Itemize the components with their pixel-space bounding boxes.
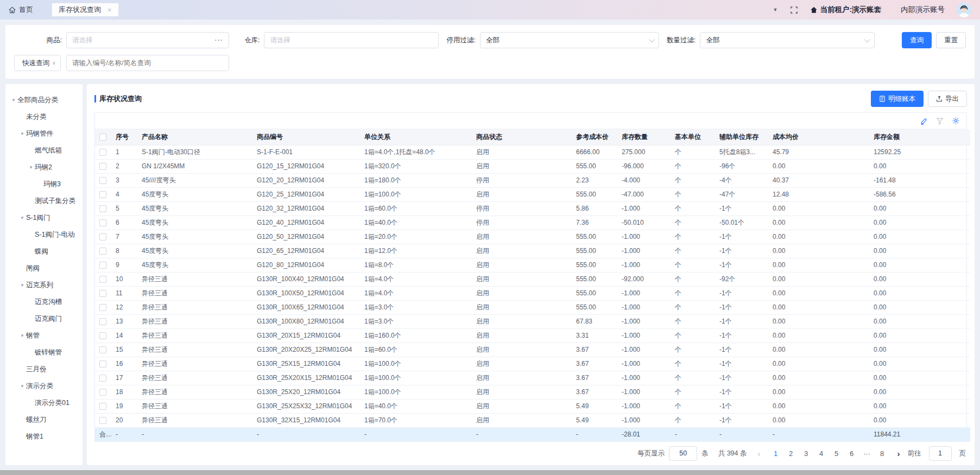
table-row[interactable]: 10异径三通G130R_100X40_12RM01G041箱=4.0个启用555… [95,272,970,286]
tree-item[interactable]: ▼玛钢2 [5,159,83,176]
pager-page[interactable]: 6 [844,446,859,461]
table-row[interactable]: 1S-1阀门-电动30口径S-1-F-E-0011箱=4.0个,1托盘=48.0… [95,145,970,159]
pager-page[interactable]: 8 [875,446,890,461]
qty-filter-select[interactable]: 全部 [700,32,875,48]
table-row[interactable]: 15异径三通G130R_20X20X25_12RM01G041箱=60.0个启用… [95,343,970,357]
pager-ellipsis[interactable]: ··· [859,446,875,461]
prev-page-icon[interactable]: ‹ [755,449,764,458]
row-checkbox[interactable] [99,262,106,269]
caret-down-icon[interactable]: ▼ [27,165,35,170]
pager-page[interactable]: 4 [814,446,829,461]
tree-item[interactable]: 演示分类01 [5,395,83,411]
page-size-input[interactable] [669,446,697,461]
tree-item[interactable]: 玛钢3 [5,176,83,193]
pager-page[interactable]: 3 [799,446,814,461]
search-button[interactable]: 查询 [902,32,932,48]
home-tab[interactable]: 首页 [9,5,33,15]
tab-close-icon[interactable]: × [108,7,112,14]
row-checkbox[interactable] [99,304,106,311]
table-row[interactable]: 19异径三通G130R_25X25X32_12RM01G041箱=40.0个启用… [95,399,970,413]
caret-down-icon[interactable]: ▼ [18,384,26,389]
tree-item[interactable]: 三月份 [5,361,83,378]
row-checkbox[interactable] [99,290,106,297]
table-row[interactable]: 12异径三通G130R_100X65_12RM01G041箱=3.0个启用555… [95,300,970,314]
tree-item[interactable]: ▼钢管 [5,327,83,344]
tree-item[interactable]: ▼演示分类 [5,378,83,395]
caret-down-icon[interactable]: ▼ [10,98,17,103]
edit-pencil-icon[interactable] [920,117,928,125]
row-checkbox[interactable] [99,191,106,198]
next-page-icon[interactable]: › [894,449,903,458]
tree-item[interactable]: 蝶阀 [5,243,83,260]
pager-page[interactable]: 2 [783,446,799,461]
caret-down-icon[interactable]: ▼ [18,131,26,136]
tree-item[interactable]: 迈克阀门 [5,311,83,327]
caret-down-icon[interactable]: ▼ [18,333,26,338]
detail-ledger-button[interactable]: 明细账本 [871,91,924,107]
tab-inventory-status[interactable]: 库存状况查询 × [52,3,119,17]
tree-item[interactable]: ▼玛钢管件 [5,125,83,142]
topbar-dropdown-caret-icon[interactable]: ▼ [773,7,778,12]
settings-gear-icon[interactable] [952,117,960,125]
row-checkbox[interactable] [99,332,106,339]
tree-item[interactable]: 测试子集分类 [5,193,83,210]
warehouse-select-input[interactable]: 请选择 [264,32,439,48]
filter-funnel-icon[interactable] [936,117,944,125]
table-row[interactable]: 20异径三通G130R_32X15_12RM01G041箱=70.0个启用5.4… [95,413,970,427]
tree-item[interactable]: 钢管1 [5,428,83,445]
table-row[interactable]: 545度弯头G120_32_12RM01G041箱=60.0个停用5.86-1.… [95,201,970,216]
product-select-input[interactable]: 请选择 ··· [66,32,229,48]
bottom-scrollbar-strip[interactable] [0,470,980,475]
row-checkbox[interactable] [99,177,106,184]
table-row[interactable]: 17异径三通G130R_25X20X15_12RM01G041箱=100.0个启… [95,371,970,385]
table-row[interactable]: 14异径三通G130R_20X15_12RM01G041箱=160.0个启用3.… [95,328,970,343]
tree-item[interactable]: ▼全部商品分类 [5,92,83,109]
tree-item[interactable]: 未分类 [5,109,83,125]
table-row[interactable]: 645度弯头G120_40_12RM01G041箱=40.0个停用7.36-50… [95,216,970,230]
quick-query-button[interactable]: 快速查询 ∨ [14,55,61,71]
table-row[interactable]: 845度弯头G120_65_12RM01G041箱=12.0个启用555.00-… [95,244,970,258]
table-row[interactable]: 16异径三通G130R_25X15_12RM01G041箱=100.0个启用3.… [95,357,970,371]
table-row[interactable]: 745度弯头G120_50_12RM01G041箱=20.0个启用555.00-… [95,230,970,244]
tree-item[interactable]: 迈克沟槽 [5,294,83,311]
row-checkbox[interactable] [99,360,106,368]
table-row[interactable]: 11异径三通G130R_100X50_12RM01G041箱=4.0个启用555… [95,286,970,300]
row-checkbox[interactable] [99,375,106,382]
table-row[interactable]: 2GN 1/2X45MMG120_15_12RM01G041箱=320.0个启用… [95,159,970,173]
row-checkbox[interactable] [99,346,106,353]
user-avatar[interactable] [957,3,971,17]
table-row[interactable]: 18异径三通G130R_25X20_12RM01G041箱=100.0个启用3.… [95,385,970,399]
quick-query-input[interactable] [66,55,229,71]
goto-page-input[interactable] [929,446,952,461]
row-checkbox[interactable] [99,233,106,240]
table-row[interactable]: 345////度弯头G120_20_12RM01G041箱=180.0个停用2.… [95,173,970,187]
reset-button[interactable]: 重置 [936,32,966,48]
disable-filter-select[interactable]: 全部 [480,32,659,48]
pager-page[interactable]: 1 [768,446,783,461]
row-checkbox[interactable] [99,205,106,212]
tree-item[interactable]: 螺丝刀 [5,411,83,428]
account-name[interactable]: 内部演示账号 [901,5,945,15]
row-checkbox[interactable] [99,276,106,283]
row-checkbox[interactable] [99,219,106,226]
caret-down-icon[interactable]: ▼ [18,283,26,288]
row-checkbox[interactable] [99,248,106,255]
row-checkbox[interactable] [99,417,106,424]
tree-item[interactable]: ▼S-1阀门 [5,210,83,226]
row-checkbox[interactable] [99,403,106,410]
tree-item[interactable]: 燃气纸箱 [5,142,83,159]
row-checkbox[interactable] [99,318,106,325]
row-checkbox[interactable] [99,389,106,396]
tree-item[interactable]: 镀锌钢管 [5,344,83,361]
export-button[interactable]: 导出 [928,91,967,107]
row-checkbox[interactable] [99,163,106,170]
table-row[interactable]: 945度弯头G120_80_12RM01G041箱=8.0个启用555.00-1… [95,258,970,272]
tree-item[interactable]: 闸阀 [5,260,83,277]
caret-down-icon[interactable]: ▼ [18,216,26,220]
product-more-icon[interactable]: ··· [215,36,224,44]
row-checkbox[interactable] [99,149,106,156]
fullscreen-icon[interactable] [790,6,798,14]
select-all-checkbox[interactable] [99,134,106,141]
tree-item[interactable]: S-1阀门-电动 [5,226,83,243]
table-row[interactable]: 13异径三通G130R_100X80_12RM01G041箱=3.0个启用67.… [95,314,970,328]
